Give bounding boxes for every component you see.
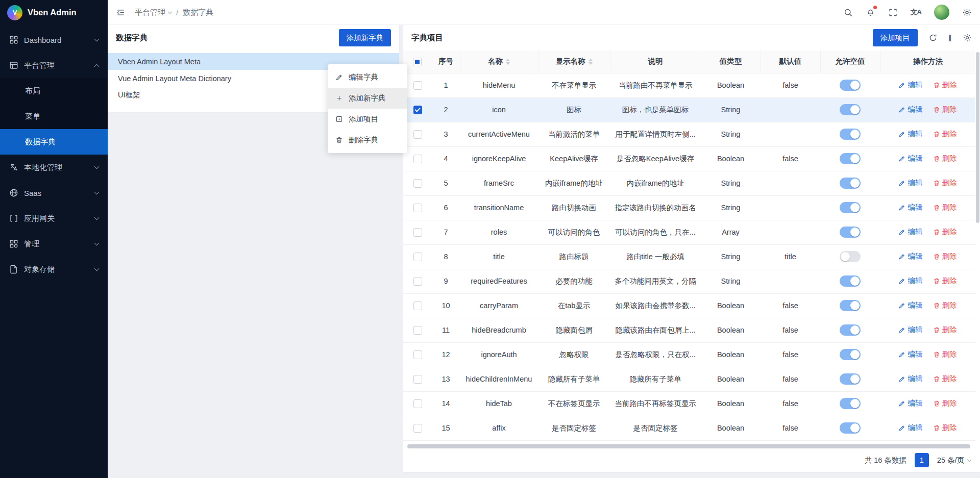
select-all-checkbox[interactable] — [413, 58, 422, 66]
vertical-scrollbar-thumb[interactable] — [976, 52, 979, 223]
horizontal-scrollbar[interactable] — [407, 444, 976, 448]
delete-link[interactable]: 删除 — [933, 398, 957, 408]
page-1-button[interactable]: 1 — [915, 453, 929, 467]
page-size-select[interactable]: 25 条/页 — [937, 456, 971, 465]
row-checkbox[interactable] — [413, 326, 422, 335]
row-checkbox[interactable] — [413, 204, 422, 212]
row-checkbox[interactable] — [413, 179, 422, 188]
sidebar-item-dashboard[interactable]: Dashboard — [0, 27, 108, 53]
sidebar-item-platform-management[interactable]: 平台管理 — [0, 53, 108, 78]
row-height-icon[interactable]: I — [948, 33, 952, 43]
allow-empty-toggle[interactable] — [840, 349, 861, 360]
user-avatar[interactable] — [934, 5, 949, 20]
edit-link[interactable]: 编辑 — [898, 374, 922, 384]
refresh-icon[interactable] — [928, 33, 938, 42]
allow-empty-toggle[interactable] — [840, 153, 861, 164]
row-checkbox[interactable] — [413, 375, 422, 384]
delete-link[interactable]: 删除 — [933, 129, 957, 139]
context-menu-add-dictionary[interactable]: 添加新字典 — [328, 88, 407, 109]
context-menu-add-item[interactable]: 添加项目 — [328, 109, 407, 130]
delete-link[interactable]: 删除 — [933, 325, 957, 335]
sort-icons[interactable] — [589, 59, 593, 65]
delete-link[interactable]: 删除 — [933, 251, 957, 261]
row-checkbox[interactable] — [413, 130, 422, 139]
add-item-button[interactable]: 添加项目 — [873, 29, 918, 46]
allow-empty-toggle[interactable] — [840, 104, 861, 115]
context-menu-edit-dictionary[interactable]: 编辑字典 — [328, 67, 407, 88]
language-switch-icon[interactable]: 文A — [911, 8, 921, 17]
allow-empty-toggle[interactable] — [840, 398, 861, 409]
row-checkbox[interactable] — [413, 253, 422, 261]
allow-empty-toggle[interactable] — [840, 324, 861, 336]
delete-link[interactable]: 删除 — [933, 178, 957, 188]
edit-link[interactable]: 编辑 — [898, 154, 922, 163]
context-menu-delete-dictionary[interactable]: 删除字典 — [328, 130, 407, 150]
sidebar-item-localization[interactable]: 本地化管理 — [0, 155, 108, 180]
sidebar-item-data-dictionary[interactable]: 数据字典 — [0, 129, 108, 155]
column-header-name[interactable]: 名称 — [460, 51, 538, 73]
allow-empty-toggle[interactable] — [840, 227, 861, 238]
sidebar-item-management[interactable]: 管理 — [0, 231, 108, 257]
edit-link[interactable]: 编辑 — [898, 349, 922, 359]
edit-link[interactable]: 编辑 — [898, 423, 922, 433]
edit-link[interactable]: 编辑 — [898, 398, 922, 408]
delete-link[interactable]: 删除 — [933, 300, 957, 310]
edit-link[interactable]: 编辑 — [898, 178, 922, 188]
edit-link[interactable]: 编辑 — [898, 276, 922, 286]
add-dictionary-button[interactable]: 添加新字典 — [339, 29, 391, 46]
row-checkbox[interactable] — [413, 106, 422, 114]
notification-bell-icon[interactable] — [866, 8, 875, 17]
allow-empty-toggle[interactable] — [840, 422, 861, 434]
app-logo[interactable]: V Vben Admin — [0, 0, 108, 25]
edit-link[interactable]: 编辑 — [898, 105, 922, 114]
sort-icons[interactable] — [506, 59, 510, 65]
row-checkbox[interactable] — [413, 399, 422, 408]
allow-empty-toggle[interactable] — [840, 178, 861, 189]
column-header-display-name[interactable]: 显示名称 — [538, 51, 610, 73]
edit-link[interactable]: 编辑 — [898, 325, 922, 335]
vertical-scrollbar[interactable] — [975, 51, 980, 443]
edit-link[interactable]: 编辑 — [898, 227, 922, 237]
allow-empty-toggle[interactable] — [840, 129, 861, 140]
delete-link[interactable]: 删除 — [933, 349, 957, 359]
row-checkbox[interactable] — [413, 424, 422, 433]
delete-link[interactable]: 删除 — [933, 203, 957, 212]
edit-link[interactable]: 编辑 — [898, 203, 922, 212]
delete-link[interactable]: 删除 — [933, 423, 957, 433]
allow-empty-toggle[interactable] — [840, 373, 861, 385]
row-checkbox[interactable] — [413, 228, 422, 237]
delete-link[interactable]: 删除 — [933, 374, 957, 384]
fullscreen-icon[interactable] — [888, 8, 898, 17]
breadcrumb-platform-management[interactable]: 平台管理 — [135, 8, 172, 17]
sidebar-item-menu[interactable]: 菜单 — [0, 104, 108, 129]
breadcrumb-data-dictionary[interactable]: 数据字典 — [183, 8, 213, 17]
sidebar-item-saas[interactable]: Saas — [0, 180, 108, 206]
row-checkbox[interactable] — [413, 155, 422, 163]
delete-link[interactable]: 删除 — [933, 276, 957, 286]
horizontal-scrollbar-thumb[interactable] — [407, 444, 970, 448]
delete-link[interactable]: 删除 — [933, 227, 957, 237]
delete-link[interactable]: 删除 — [933, 80, 957, 90]
row-checkbox[interactable] — [413, 350, 422, 359]
allow-empty-toggle[interactable] — [840, 275, 861, 287]
sidebar-item-app-gateway[interactable]: 应用网关 — [0, 206, 108, 231]
search-icon[interactable] — [843, 8, 853, 17]
row-checkbox[interactable] — [413, 277, 422, 286]
row-checkbox[interactable] — [413, 81, 422, 90]
delete-link[interactable]: 删除 — [933, 154, 957, 163]
sidebar-item-object-storage[interactable]: 对象存储 — [0, 257, 108, 282]
edit-link[interactable]: 编辑 — [898, 129, 922, 139]
edit-link[interactable]: 编辑 — [898, 251, 922, 261]
edit-link[interactable]: 编辑 — [898, 80, 922, 90]
sidebar-item-layout[interactable]: 布局 — [0, 78, 108, 104]
settings-gear-icon[interactable] — [962, 8, 972, 17]
collapse-sidebar-icon[interactable] — [116, 8, 126, 17]
allow-empty-toggle[interactable] — [840, 251, 861, 262]
delete-link[interactable]: 删除 — [933, 105, 957, 114]
allow-empty-toggle[interactable] — [840, 202, 861, 213]
edit-link[interactable]: 编辑 — [898, 300, 922, 310]
row-checkbox[interactable] — [413, 301, 422, 310]
table-settings-gear-icon[interactable] — [963, 33, 972, 42]
allow-empty-toggle[interactable] — [840, 80, 861, 91]
allow-empty-toggle[interactable] — [840, 300, 861, 311]
